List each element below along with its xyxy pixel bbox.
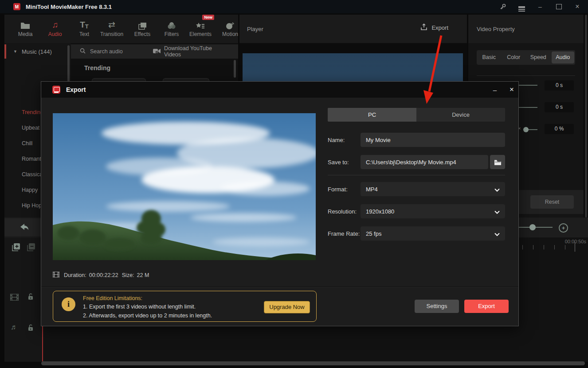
- close-button[interactable]: ×: [571, 2, 584, 12]
- framerate-select[interactable]: 25 fps: [361, 226, 505, 241]
- sidebar-header-music[interactable]: ▼ Music (144): [4, 44, 71, 59]
- folder-icon: [11, 17, 40, 30]
- resolution-label: Resolution:: [328, 208, 357, 215]
- fade-out-value[interactable]: 0 s: [545, 102, 574, 112]
- video-property-header: Video Property: [468, 15, 584, 43]
- dialog-close-button[interactable]: ×: [506, 85, 517, 94]
- settings-button[interactable]: Settings: [415, 300, 459, 313]
- limitations-line1: 1. Export the first 3 videos without len…: [83, 304, 196, 310]
- audio-track-lock-icon[interactable]: [27, 324, 34, 333]
- browse-folder-button[interactable]: [490, 155, 505, 169]
- player-export-button[interactable]: Export: [420, 24, 448, 32]
- timeline-zoom-controls: – +: [509, 218, 580, 237]
- transition-arrows-icon: ⇄: [97, 17, 126, 30]
- divider: [477, 75, 575, 76]
- film-icon: [53, 272, 59, 279]
- saveto-input[interactable]: [361, 155, 488, 169]
- music-note-icon: ♫: [40, 17, 70, 30]
- framerate-label: Frame Rate:: [328, 230, 360, 237]
- effects-icon: [128, 17, 157, 30]
- video-property-title: Video Property: [477, 26, 515, 32]
- tab-speed[interactable]: Speed: [527, 51, 550, 63]
- fade-in-slider[interactable]: [517, 85, 537, 86]
- volume-value[interactable]: 0 %: [545, 124, 574, 134]
- name-input[interactable]: [361, 133, 505, 147]
- ruler-tick: [522, 245, 523, 249]
- toolbar-item-filters[interactable]: Filters: [157, 17, 186, 37]
- ruler-tick: [533, 245, 533, 249]
- tab-basic[interactable]: Basic: [478, 51, 501, 63]
- caret-down-icon: ▼: [13, 49, 17, 54]
- tab-audio[interactable]: Audio: [552, 51, 575, 63]
- export-video-preview: [53, 113, 316, 260]
- player-title: Player: [247, 26, 263, 32]
- download-youtube-button[interactable]: Download YouTube Videos: [153, 45, 229, 58]
- reset-button[interactable]: Reset: [530, 195, 574, 209]
- toolbar-item-audio[interactable]: ♫ Audio: [40, 17, 70, 37]
- license-key-icon[interactable]: [497, 2, 509, 12]
- toolbar-item-elements[interactable]: Elements New: [186, 17, 215, 37]
- toolbar-item-media[interactable]: Media: [11, 17, 40, 37]
- limitations-line2: 2. Afterwards, export video up to 2 minu…: [83, 313, 212, 319]
- export-dialog-title: Export: [66, 86, 86, 93]
- zoom-in-icon[interactable]: +: [559, 223, 568, 233]
- filters-icon: [157, 17, 186, 30]
- dialog-minimize-button[interactable]: –: [489, 85, 501, 94]
- playhead[interactable]: [42, 326, 43, 361]
- size-value: 22 M: [137, 272, 149, 278]
- fade-out-slider[interactable]: [517, 107, 537, 108]
- ruler-tick: [565, 245, 565, 249]
- duration-label: Duration:: [64, 272, 86, 278]
- export-confirm-button[interactable]: Export: [464, 300, 509, 313]
- chevron-down-icon: [494, 209, 500, 215]
- folder-icon: [494, 159, 502, 165]
- divider: [328, 175, 505, 175]
- window-scrollbar[interactable]: [585, 15, 587, 218]
- saveto-label: Save to:: [328, 159, 349, 166]
- text-icon: TT: [70, 17, 99, 30]
- menu-icon[interactable]: [515, 2, 528, 12]
- remove-track-icon[interactable]: [27, 243, 36, 254]
- upgrade-now-button[interactable]: Upgrade Now: [264, 301, 310, 313]
- maximize-button[interactable]: [553, 2, 565, 12]
- back-button[interactable]: [4, 218, 43, 236]
- track-header-column: ♬: [4, 237, 43, 362]
- size-label: Size:: [122, 272, 134, 278]
- add-track-icon[interactable]: [12, 243, 21, 254]
- toolbar-item-transition[interactable]: ⇄ Transition: [97, 17, 126, 37]
- new-badge: New: [202, 15, 214, 20]
- video-track-icon: [10, 294, 19, 302]
- minimize-button[interactable]: –: [534, 2, 546, 12]
- video-camera-icon: [153, 48, 161, 55]
- timeline-zoom-slider[interactable]: [519, 227, 553, 228]
- tab-color[interactable]: Color: [502, 51, 525, 63]
- timeline-hscrollbar[interactable]: [41, 361, 585, 365]
- tab-device[interactable]: Device: [416, 108, 505, 122]
- audio-search-bar: Download YouTube Videos: [71, 44, 238, 59]
- tab-pc[interactable]: PC: [328, 108, 416, 122]
- timeline-zoom-knob[interactable]: [529, 224, 536, 230]
- ruler-tick-major: [575, 242, 575, 252]
- audio-track-icon: ♬: [11, 323, 18, 331]
- format-label: Format:: [328, 186, 348, 193]
- video-property-tabs: Basic Color Speed Audio: [477, 50, 575, 65]
- dialog-separator: [41, 287, 518, 288]
- search-audio-input[interactable]: [89, 48, 153, 55]
- export-dialog: Export – ×: [41, 81, 519, 326]
- video-track-lock-icon[interactable]: [27, 293, 34, 302]
- upload-icon: [420, 24, 427, 32]
- export-dialog-header: Export – ×: [41, 82, 518, 98]
- toolbar-item-text[interactable]: TT Text: [70, 17, 99, 37]
- back-arrow-icon: [19, 223, 29, 232]
- timeline-timestamp: 00:00:50s: [565, 239, 586, 244]
- title-bar: M MiniTool MovieMaker Free 8.3.1 – ×: [0, 0, 588, 13]
- resolution-select[interactable]: 1920x1080: [361, 204, 505, 218]
- ruler-tick: [554, 245, 555, 249]
- format-select[interactable]: MP4: [361, 182, 505, 196]
- chevron-down-icon: [494, 186, 500, 193]
- toolbar-item-effects[interactable]: Effects: [128, 17, 157, 37]
- fade-in-value[interactable]: 0 s: [545, 80, 574, 91]
- audio-scrollbar[interactable]: [234, 60, 236, 78]
- volume-slider-knob[interactable]: [523, 127, 529, 132]
- main-toolbar: Media ♫ Audio TT Text ⇄ Transition Effec…: [4, 15, 238, 43]
